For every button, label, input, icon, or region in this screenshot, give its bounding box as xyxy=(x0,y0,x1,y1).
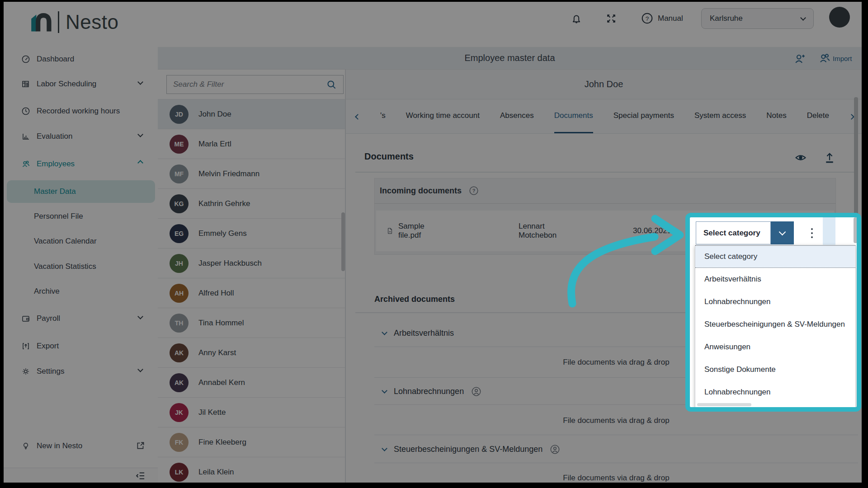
row-scroll-gutter xyxy=(823,217,835,245)
app-window: Nesto ? Manual Karlsruhe Dashboard xyxy=(0,0,868,488)
dropdown-option-sonstige-dokumente[interactable]: Sonstige Dokumente xyxy=(695,358,855,381)
dropdown-option-arbeitsverhaeltnis[interactable]: Arbeitsverhältnis xyxy=(695,268,855,291)
category-dropdown-menu: Select category Arbeitsverhältnis Lohnab… xyxy=(695,245,856,408)
frame-edge xyxy=(0,483,868,488)
frame-edge xyxy=(0,0,4,488)
kebab-menu-icon[interactable] xyxy=(808,226,816,240)
dropdown-horizontal-scrollbar[interactable] xyxy=(697,403,751,406)
chevron-down-icon xyxy=(779,229,786,236)
dropdown-option-steuerbescheinigungen[interactable]: Steuerbescheinigungen & SV-Meldungen xyxy=(695,313,855,336)
dropdown-option-lohnabrechnungen-2[interactable]: Lohnabrechnungen xyxy=(695,381,855,404)
page-scrollbar-segment[interactable] xyxy=(854,217,858,243)
select-category-label: Select category xyxy=(703,229,760,238)
dropdown-option-anweisungen[interactable]: Anweisungen xyxy=(695,336,855,358)
frame-edge xyxy=(862,0,868,488)
dropdown-option-lohnabrechnungen[interactable]: Lohnabrechnungen xyxy=(695,291,855,313)
select-category-button[interactable]: Select category xyxy=(696,221,771,244)
category-dropdown-highlight: Select category Select category Arbeitsv… xyxy=(685,213,861,412)
select-category-dropdown-toggle[interactable] xyxy=(771,221,794,244)
dropdown-option-select-category[interactable]: Select category xyxy=(695,245,855,268)
